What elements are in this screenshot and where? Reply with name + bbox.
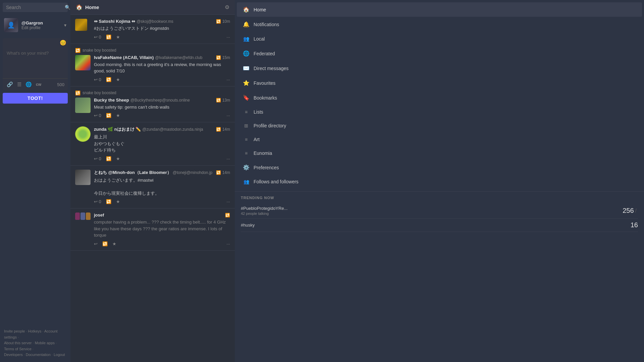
profile-info: @Gargron Edit profile — [21, 20, 64, 30]
reply-button[interactable]: ↩ 0 — [94, 199, 101, 204]
post-handle: @zundan@mastodon.zunda.ninja — [142, 127, 203, 132]
more-button[interactable]: ··· — [226, 156, 230, 161]
search-input[interactable] — [6, 5, 65, 10]
boost-button[interactable]: 🔁 — [106, 156, 111, 161]
mobile-apps-link[interactable]: Mobile apps — [35, 341, 55, 345]
post-actions: ↩ 0 🔁 ★ ··· — [94, 35, 230, 40]
trending-title: TRENDING NOW — [241, 196, 638, 200]
nav-label: Bookmarks — [254, 95, 277, 101]
post-meta: Bucky the Sheep @Buckythesheep@snouts.on… — [94, 98, 230, 103]
sidebar-item-bookmarks[interactable]: 🔖 Bookmarks — [237, 90, 642, 105]
post-actions: ↩ 0 🔁 ★ ··· — [94, 77, 230, 82]
boost-button[interactable]: 🔁 — [106, 113, 111, 118]
sidebar-item-favourites[interactable]: ⭐ Favourites — [237, 76, 642, 90]
trending-count: 16 — [631, 221, 638, 229]
reply-button[interactable]: ↩ 0 — [94, 113, 101, 118]
sidebar-item-home[interactable]: 🏠 Home — [237, 2, 642, 17]
post-time: 🔁 14m — [216, 127, 230, 132]
more-button[interactable]: ··· — [226, 77, 230, 82]
local-icon: 👥 — [243, 36, 250, 42]
compose-input[interactable] — [3, 47, 68, 77]
trending-item[interactable]: #husky 16 — [241, 219, 638, 232]
art-icon: ≡ — [243, 137, 250, 142]
feed-settings-button[interactable]: ⚙ — [225, 4, 229, 10]
sidebar-item-preferences[interactable]: ⚙️ Preferences — [237, 160, 642, 175]
post-handle: @toneji@minohdon.jp — [173, 170, 212, 175]
about-server-link[interactable]: About this server — [4, 341, 32, 345]
terms-link[interactable]: Terms of Service — [4, 347, 32, 351]
toot-button[interactable]: TOOT! — [3, 93, 68, 104]
boost-button[interactable]: 🔁 — [106, 199, 111, 204]
fav-button[interactable]: ★ — [112, 241, 116, 246]
feed-title: Home — [85, 4, 225, 10]
boost-button[interactable]: 🔁 — [106, 77, 111, 82]
more-button[interactable]: ··· — [226, 113, 230, 118]
avatar-image-tertiary — [86, 213, 91, 220]
sidebar-item-direct-messages[interactable]: ✉️ Direct messages — [237, 61, 642, 75]
sidebar-item-follows-and-followers[interactable]: 👥 Follows and followers — [237, 175, 642, 188]
cw-button[interactable]: cw — [36, 82, 41, 87]
invite-people-link[interactable]: Invite people — [4, 329, 25, 333]
post-author: josef — [94, 213, 104, 218]
sidebar-item-local[interactable]: 👥 Local — [237, 32, 642, 46]
reply-button[interactable]: ↩ — [94, 241, 98, 246]
post-time: 🔁 13m — [216, 98, 230, 103]
profile-area[interactable]: 👤 @Gargron Edit profile ▾ — [0, 15, 70, 36]
emoji-button[interactable]: 😊 — [60, 40, 66, 46]
post-header-row: IvaFakeName (ACAB, Villain) @lvafakename… — [75, 55, 230, 82]
sidebar-item-profile-directory[interactable]: ⊞ Profile directory — [237, 119, 642, 132]
nav-label: Federated — [254, 51, 275, 56]
post-header-row: zunda 🌿 nはおまけ ✏️ @zundan@mastodon.zunda.… — [75, 126, 230, 161]
nav-label: Preferences — [254, 165, 279, 170]
eunomia-icon: ≡ — [243, 150, 250, 156]
post-body: Bucky the Sheep @Buckythesheep@snouts.on… — [94, 98, 230, 118]
post-item: とねち @Minoh-don（Late Bloomer） @toneji@min… — [70, 166, 235, 209]
post-actions: ↩ 🔁 ★ ··· — [94, 241, 230, 246]
avatar — [75, 126, 91, 142]
reply-button[interactable]: ↩ 0 — [94, 35, 101, 40]
profile-edit-label[interactable]: Edit profile — [21, 25, 64, 30]
search-bar[interactable]: 🔍 — [3, 3, 68, 12]
post-header-row: josef 🔁 computer having a problem... ???… — [75, 213, 230, 246]
hotkeys-link[interactable]: Hotkeys — [28, 329, 42, 333]
fav-button[interactable]: ★ — [116, 77, 120, 82]
more-button[interactable]: ··· — [226, 35, 230, 40]
more-button[interactable]: ··· — [226, 199, 230, 204]
attach-button[interactable]: 🔗 — [6, 81, 14, 88]
logout-link[interactable]: Logout — [54, 353, 65, 357]
post-time: 🔁 — [225, 213, 230, 218]
avatar — [75, 55, 91, 70]
reply-button[interactable]: ↩ 0 — [94, 77, 101, 82]
sidebar-item-lists[interactable]: ≡ Lists — [237, 105, 642, 119]
post-handle: @lvafakename@efdn.club — [155, 55, 202, 60]
fav-button[interactable]: ★ — [116, 156, 120, 161]
more-button[interactable]: ··· — [226, 241, 230, 246]
fav-button[interactable]: ★ — [116, 199, 120, 204]
trending-tag-info: #PuebloProtegidoYRe... 42 people talking — [241, 206, 287, 216]
sidebar-item-eunomia[interactable]: ≡ Eunomia — [237, 146, 642, 160]
docs-link[interactable]: Documentation — [26, 353, 51, 357]
post-body: IvaFakeName (ACAB, Villain) @lvafakename… — [94, 55, 230, 82]
boost-button[interactable]: 🔁 — [102, 241, 108, 246]
sidebar-item-notifications[interactable]: 🔔 Notifications — [237, 17, 642, 32]
nav-label: Direct messages — [254, 66, 288, 71]
trending-slash: / — [635, 208, 637, 214]
fav-button[interactable]: ★ — [116, 113, 120, 118]
avatar-image — [75, 55, 91, 70]
post-body: josef 🔁 computer having a problem... ???… — [94, 213, 230, 246]
post-item: zunda 🌿 nはおまけ ✏️ @zundan@mastodon.zunda.… — [70, 122, 235, 166]
list-button[interactable]: ☰ — [16, 81, 22, 88]
fav-button[interactable]: ★ — [116, 35, 120, 40]
developers-link[interactable]: Developers — [4, 353, 23, 357]
sidebar-item-federated[interactable]: 🌐 Federated — [237, 46, 642, 61]
post-time: 🔁 10m — [216, 19, 230, 24]
reply-button[interactable]: ↩ 0 — [94, 156, 101, 161]
bell-icon: 🔔 — [243, 21, 250, 27]
post-time: 🔁 14m — [216, 170, 230, 175]
nav-label: Home — [254, 7, 266, 12]
globe-button[interactable]: 🌐 — [25, 81, 33, 88]
sidebar-item-art[interactable]: ≡ Art — [237, 133, 642, 146]
boost-button[interactable]: 🔁 — [106, 35, 111, 40]
trending-item[interactable]: #PuebloProtegidoYRe... 42 people talking… — [241, 203, 638, 219]
post-body: とねち @Minoh-don（Late Bloomer） @toneji@min… — [94, 170, 230, 204]
